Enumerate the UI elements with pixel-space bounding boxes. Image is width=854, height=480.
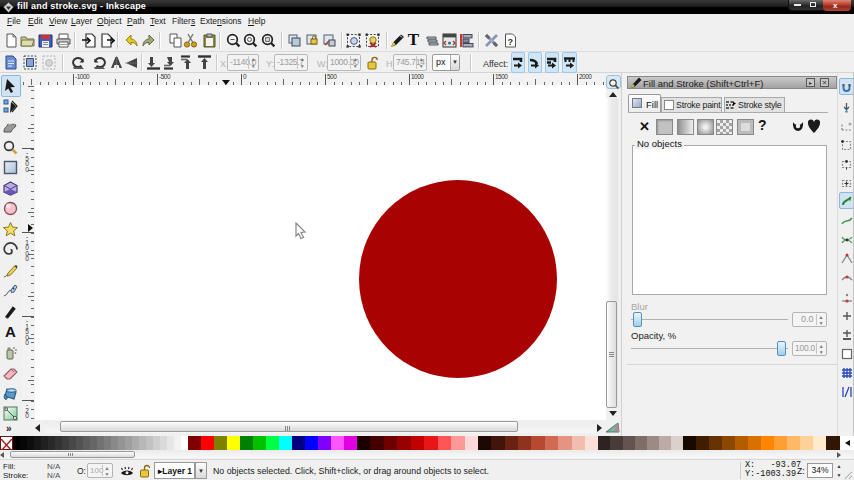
svg-text:?: ?	[508, 37, 514, 47]
